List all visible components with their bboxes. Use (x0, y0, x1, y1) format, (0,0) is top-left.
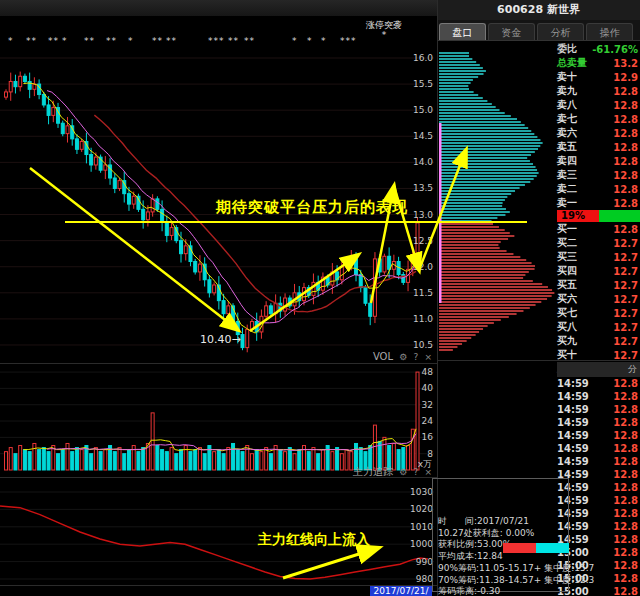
event-star-marker: ** (152, 36, 163, 46)
tick-time: 14:59 (557, 456, 589, 469)
help-icon[interactable]: ? (413, 467, 418, 477)
tick-price: 12.8 (613, 560, 638, 573)
order-book-row[interactable]: 买六12.7 (557, 292, 640, 306)
order-book-row[interactable]: 委比-61.76% (557, 42, 640, 56)
zl-tick-label: 1020 (403, 504, 433, 514)
order-book-label: 委比 (557, 42, 577, 56)
price-tick-label: 15.0 (403, 105, 433, 115)
order-book-row[interactable]: 买一12.8 (557, 222, 640, 236)
order-book-value: 12.8 (613, 156, 638, 167)
order-book-value: 12.7 (613, 308, 638, 319)
zl-tick-label: 1000 (403, 539, 433, 549)
order-book-label: 买九 (557, 334, 577, 348)
order-book-row[interactable]: 卖七12.8 (557, 112, 640, 126)
tick-row: 14:5912.8 (557, 430, 640, 443)
tick-row: 14:5912.8 (557, 508, 640, 521)
event-star-marker: ** (106, 36, 117, 46)
chip-info-box: 时 间:2017/07/2110.27处获利盘: 0.00%获利比例:53.00… (432, 478, 569, 592)
tick-row: 15:0012.8 (557, 586, 640, 596)
tick-price: 12.8 (613, 495, 638, 508)
vol-panel-title: VOL (373, 351, 393, 362)
order-book-row[interactable]: 卖四12.8 (557, 154, 640, 168)
tick-row: 15:0012.8 (557, 547, 640, 560)
order-book-row[interactable]: 买八12.7 (557, 320, 640, 334)
profit-ratio-bar-red (503, 543, 536, 553)
order-book-row[interactable]: 买三12.7 (557, 250, 640, 264)
order-book-label: 买八 (557, 320, 577, 334)
order-book-row[interactable]: 卖一12.8 (557, 196, 640, 210)
order-book-row[interactable]: 卖八12.8 (557, 98, 640, 112)
order-book-value: 12.8 (613, 128, 638, 139)
event-star-marker: * (128, 36, 134, 46)
zl-tick-label: 1030 (403, 487, 433, 497)
price-tick-label: 14.0 (403, 157, 433, 167)
order-book-row[interactable]: 买二12.7 (557, 236, 640, 250)
close-icon[interactable]: × (424, 467, 432, 477)
order-book-row[interactable]: 卖二12.8 (557, 182, 640, 196)
tick-list-header[interactable]: 分 (557, 362, 640, 377)
order-book-row[interactable]: 卖五12.8 (557, 140, 640, 154)
order-book-label: 卖四 (557, 154, 577, 168)
gear-icon[interactable]: ⚙ (399, 467, 407, 477)
help-icon[interactable]: ? (413, 352, 418, 362)
order-book-label: 买一 (557, 222, 577, 236)
zl-panel-header: 主力追踪 ⚙ ? × (353, 465, 432, 479)
tick-time: 14:59 (557, 378, 589, 391)
order-book-row[interactable]: 买四12.7 (557, 264, 640, 278)
order-book-label: 买十 (557, 348, 577, 362)
event-star-marker: * (8, 36, 14, 46)
tick-time: 14:59 (557, 443, 589, 456)
order-book-row[interactable]: 卖三12.8 (557, 168, 640, 182)
volume-tick-label: 48 (403, 367, 433, 377)
tick-price: 12.8 (613, 547, 638, 560)
tick-row: 14:5912.8 (557, 495, 640, 508)
tick-price: 12.8 (613, 573, 638, 586)
order-book-row[interactable]: 买五12.7 (557, 278, 640, 292)
order-book-label: 卖三 (557, 168, 577, 182)
order-book-row[interactable]: 买九12.7 (557, 334, 640, 348)
gear-icon[interactable]: ⚙ (399, 352, 407, 362)
order-book-label: 总卖量 (557, 56, 587, 70)
event-star-marker: ** (84, 36, 95, 46)
inflow-annotation-text: 主力红线向上流入 (258, 531, 370, 549)
order-book-value: 12.8 (613, 114, 638, 125)
close-icon[interactable]: × (424, 352, 432, 362)
event-star-marker: ** (166, 36, 177, 46)
volume-tick-label: 24 (403, 416, 433, 426)
order-book-row[interactable]: 卖六12.8 (557, 126, 640, 140)
limit-up-marker-star: * (362, 30, 406, 40)
order-book-value: -61.76% (592, 44, 638, 55)
tick-price: 12.8 (613, 378, 638, 391)
order-book-label: 买七 (557, 306, 577, 320)
tick-row: 14:5912.8 (557, 404, 640, 417)
tick-row: 14:5912.8 (557, 534, 640, 547)
order-book-row[interactable]: 总卖量13.2 (557, 56, 640, 70)
tick-price: 12.8 (613, 391, 638, 404)
volume-tick-label: 16 (403, 432, 433, 442)
zl-panel-title: 主力追踪 (353, 466, 393, 477)
order-book-row[interactable]: 卖九12.8 (557, 84, 640, 98)
order-book-value: 12.8 (613, 86, 638, 97)
price-tick-label: 12.0 (403, 262, 433, 272)
current-price-row[interactable]: 19% (557, 210, 640, 222)
tick-row: 14:5912.8 (557, 417, 640, 430)
order-book-label: 买二 (557, 236, 577, 250)
order-book-value: 13.2 (613, 58, 638, 69)
tick-row: 14:5912.8 (557, 391, 640, 404)
price-tick-label: 12.5 (403, 236, 433, 246)
order-book-row[interactable]: 买七12.7 (557, 306, 640, 320)
order-book-row[interactable]: 卖十12.9 (557, 70, 640, 84)
event-star-marker: * (307, 36, 313, 46)
volume-tick-label: 32 (403, 400, 433, 410)
event-star-marker: ** (48, 36, 59, 46)
tick-price: 12.8 (613, 404, 638, 417)
order-book-label: 买五 (557, 278, 577, 292)
order-book-value: 12.8 (613, 224, 638, 235)
order-book-row[interactable]: 买十12.7 (557, 348, 640, 362)
order-book-value: 12.7 (613, 252, 638, 263)
order-book-value: 12.9 (613, 72, 638, 83)
tick-price: 12.8 (613, 417, 638, 430)
event-star-marker: * (292, 36, 298, 46)
order-book-label: 卖七 (557, 112, 577, 126)
zl-tick-label: 980 (403, 574, 433, 584)
